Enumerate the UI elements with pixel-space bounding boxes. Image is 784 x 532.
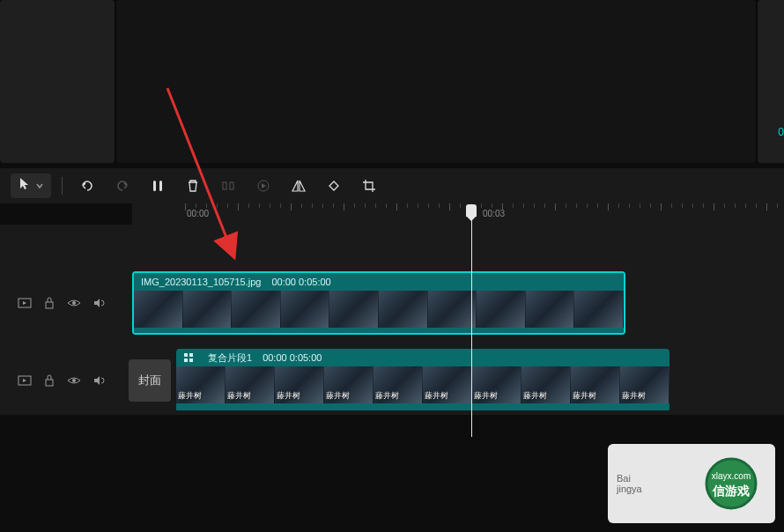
- watermark-text: Bai jingya: [617, 473, 642, 494]
- preview-panel-right: 00:: [758, 0, 784, 163]
- svg-rect-9: [46, 380, 53, 386]
- split-button[interactable]: [144, 174, 172, 198]
- clip-filename: IMG_20230113_105715.jpg: [141, 277, 261, 287]
- svg-rect-2: [223, 182, 226, 189]
- lock-icon[interactable]: [39, 370, 60, 391]
- timeline-tracks: IMG_20230113_105715.jpg 00:00 0:05:00: [0, 225, 784, 415]
- toolbar-divider: [62, 177, 63, 195]
- preview-timecode: 00:: [778, 126, 784, 138]
- clip-thumbnails: [176, 366, 669, 403]
- timeline-ruler[interactable]: 00:00 00:03: [132, 203, 784, 225]
- ruler-label-start: 00:00: [187, 209, 209, 218]
- mute-icon[interactable]: [88, 292, 109, 314]
- track-type-icon[interactable]: [14, 370, 35, 391]
- freeze-frame-button[interactable]: [214, 174, 242, 198]
- playhead-line: [471, 217, 472, 437]
- preview-area: 00:: [0, 0, 784, 163]
- clip-footer: [134, 328, 624, 335]
- track-type-icon[interactable]: [14, 292, 35, 314]
- svg-rect-3: [230, 182, 233, 189]
- svg-rect-12: [189, 353, 193, 357]
- clip-duration: 00:00 0:05:00: [263, 352, 322, 363]
- clip-duration: 00:00 0:05:00: [271, 277, 330, 287]
- chevron-down-icon: [35, 178, 44, 194]
- compound-clip-icon: [183, 352, 194, 363]
- visibility-icon[interactable]: [63, 292, 85, 314]
- svg-rect-13: [184, 358, 188, 362]
- selection-tool-group[interactable]: [11, 174, 51, 198]
- clip-header: 复合片段1 00:00 0:05:00: [176, 349, 669, 366]
- mute-icon[interactable]: [88, 370, 109, 391]
- rotate-button[interactable]: [320, 174, 348, 198]
- crop-button[interactable]: [355, 174, 383, 198]
- redo-button[interactable]: [108, 174, 137, 198]
- svg-text:xlayx.com: xlayx.com: [712, 471, 751, 481]
- clip-footer: [176, 403, 669, 410]
- clip-header: IMG_20230113_105715.jpg 00:00 0:05:00: [134, 273, 624, 291]
- watermark: Bai jingya xlayx.com 信游戏: [608, 444, 775, 523]
- clip-thumbnails: [134, 291, 624, 328]
- playhead[interactable]: [471, 204, 477, 437]
- track-row: 封面 复合片段1 00:00 0:05:00: [0, 346, 784, 415]
- playhead-handle[interactable]: [466, 204, 477, 217]
- track-controls: [0, 370, 123, 391]
- play-button[interactable]: [249, 174, 277, 198]
- svg-rect-0: [153, 181, 156, 191]
- cursor-icon: [18, 177, 32, 195]
- visibility-icon[interactable]: [63, 370, 85, 391]
- svg-point-10: [72, 379, 76, 382]
- timeline-clip[interactable]: IMG_20230113_105715.jpg 00:00 0:05:00: [132, 271, 625, 335]
- timeline-toolbar: [0, 168, 784, 203]
- track-controls: [0, 292, 123, 314]
- svg-rect-14: [189, 358, 193, 362]
- svg-text:信游戏: 信游戏: [712, 484, 750, 498]
- timeline-clip[interactable]: 复合片段1 00:00 0:05:00: [176, 349, 669, 412]
- preview-panel-main[interactable]: [116, 0, 756, 163]
- svg-rect-6: [46, 302, 53, 308]
- clip-title: 复合片段1: [208, 351, 252, 365]
- watermark-logo-icon: xlayx.com 信游戏: [700, 453, 762, 514]
- svg-rect-1: [159, 181, 162, 191]
- lock-icon[interactable]: [39, 292, 60, 314]
- cover-button[interactable]: 封面: [129, 359, 171, 402]
- undo-button[interactable]: [73, 174, 101, 198]
- svg-rect-11: [184, 353, 188, 357]
- delete-button[interactable]: [179, 174, 207, 198]
- track-row: IMG_20230113_105715.jpg 00:00 0:05:00: [0, 269, 784, 337]
- preview-panel-left: [0, 0, 115, 163]
- svg-point-7: [72, 301, 76, 305]
- mirror-button[interactable]: [285, 174, 313, 198]
